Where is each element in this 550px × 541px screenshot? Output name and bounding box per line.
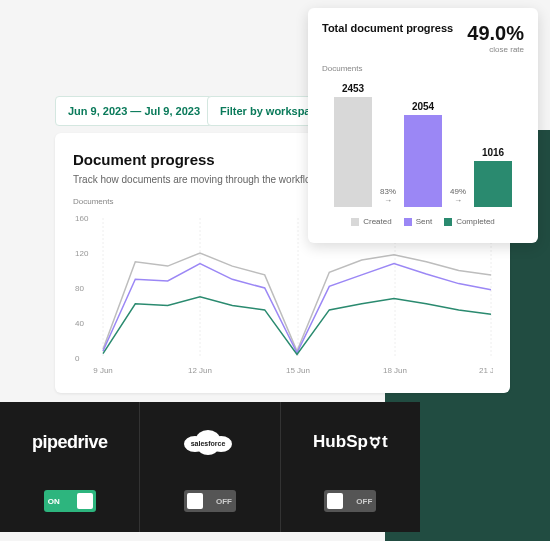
svg-text:160: 160 (75, 214, 89, 223)
bar-sent: 2054 (392, 101, 454, 207)
integration-hubspot: HubSpt OFF (281, 402, 420, 532)
close-rate-label: close rate (467, 45, 524, 54)
salesforce-toggle[interactable]: OFF (184, 490, 236, 512)
close-rate: 49.0% close rate (467, 22, 524, 54)
hubspot-logo: HubSpt (313, 422, 387, 462)
svg-text:9 Jun: 9 Jun (93, 366, 113, 375)
svg-text:0: 0 (75, 354, 80, 363)
svg-text:80: 80 (75, 284, 84, 293)
svg-text:15 Jun: 15 Jun (286, 366, 310, 375)
swatch-sent (404, 218, 412, 226)
svg-text:21 Jun: 21 Jun (479, 366, 493, 375)
integration-salesforce: salesforce OFF (140, 402, 280, 532)
salesforce-logo: salesforce (175, 422, 245, 462)
bar-legend: Created Sent Completed (322, 217, 524, 226)
svg-text:salesforce: salesforce (191, 440, 226, 447)
svg-text:18 Jun: 18 Jun (383, 366, 407, 375)
svg-text:12 Jun: 12 Jun (188, 366, 212, 375)
integrations-panel: pipedrive ON salesforce OFF HubSpt OFF (0, 402, 420, 532)
total-progress-card: Total document progress 49.0% close rate… (308, 8, 538, 243)
svg-text:120: 120 (75, 249, 89, 258)
close-rate-value: 49.0% (467, 22, 524, 45)
overlay-title: Total document progress (322, 22, 453, 34)
overlay-y-label: Documents (322, 64, 524, 73)
pipedrive-logo: pipedrive (32, 422, 108, 462)
arrow-right-icon: → (384, 196, 392, 205)
bar-completed: 1016 (462, 147, 524, 207)
bar-created: 2453 (322, 83, 384, 207)
integration-pipedrive: pipedrive ON (0, 402, 140, 532)
hubspot-toggle[interactable]: OFF (324, 490, 376, 512)
svg-text:40: 40 (75, 319, 84, 328)
swatch-created (351, 218, 359, 226)
swatch-completed (444, 218, 452, 226)
pipedrive-toggle[interactable]: ON (44, 490, 96, 512)
date-range-picker[interactable]: Jun 9, 2023 — Jul 9, 2023 (55, 96, 213, 126)
bar-chart: 2453 83% → 2054 49% → 1016 (322, 77, 524, 207)
arrow-right-icon: → (454, 196, 462, 205)
